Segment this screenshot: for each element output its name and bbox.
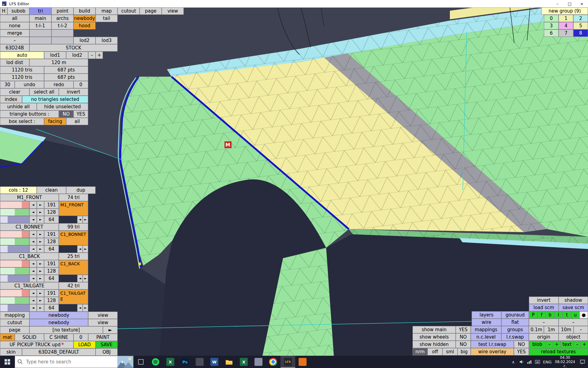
taskbar-icon-file-explorer[interactable] [222, 356, 236, 368]
blue-inc-button[interactable]: ► [37, 216, 44, 223]
c-shine-button[interactable]: C SHINE [44, 334, 74, 341]
flag-p-button[interactable]: P [529, 311, 537, 319]
blue-slider[interactable] [0, 304, 29, 312]
texture-next-button[interactable]: ► [83, 245, 88, 253]
gouraud-button[interactable]: gouraud [501, 311, 529, 319]
red-inc-button[interactable]: ► [37, 260, 44, 267]
texture-label[interactable]: C1_TAILGATE [59, 289, 88, 304]
cutout-value[interactable]: newbody [29, 319, 88, 326]
model-id[interactable]: 63D24B [0, 44, 29, 52]
nc-level-button[interactable]: n.c.level [471, 333, 501, 341]
page-value[interactable]: [no texture] [29, 326, 103, 334]
flag-b-button[interactable]: b [546, 311, 554, 319]
menu-build[interactable]: build [74, 7, 96, 15]
green-dec-button[interactable]: ◄ [29, 267, 37, 275]
network-button[interactable] [526, 356, 533, 368]
group-cell-0[interactable]: 0 [544, 15, 559, 22]
task-view-button[interactable] [134, 356, 148, 368]
texture-label[interactable]: M1_FRONT [59, 201, 88, 216]
volume-button[interactable] [518, 356, 526, 368]
blue-dec-button[interactable]: ◄ [29, 216, 37, 223]
blue-slider[interactable] [0, 216, 29, 223]
text-plus-button[interactable]: + [581, 341, 588, 348]
green-dec-button[interactable]: ◄ [29, 238, 37, 245]
taskbar-icon-excel[interactable]: X [163, 356, 178, 368]
taskbar-clock[interactable]: 04:30 08.02.2024 г. [553, 356, 577, 368]
wire-overlay-value[interactable]: YES [514, 348, 529, 355]
group-cell-6[interactable]: 6 [544, 29, 559, 37]
obj-button[interactable]: OBJ [96, 348, 118, 356]
taskbar-icon-app-orange[interactable] [295, 356, 310, 368]
wire-overlay-button[interactable]: wire overlay [471, 348, 514, 355]
texture-prev-button[interactable]: ◄ [77, 304, 83, 312]
grid-01m-button[interactable]: 0.1m [529, 326, 544, 333]
flag-t-button[interactable]: t [563, 311, 571, 319]
red-inc-button[interactable]: ► [37, 231, 44, 238]
blue-dec-button[interactable]: ◄ [29, 245, 37, 253]
menu-cutout[interactable]: cutout [118, 7, 140, 15]
object-button[interactable]: object [559, 333, 588, 341]
skin-value[interactable]: 63D24B_DEFAULT [22, 348, 96, 356]
group-cell-2[interactable]: 2 [573, 15, 588, 22]
red-slider[interactable] [0, 231, 29, 238]
model-config[interactable]: STOCK [29, 44, 118, 52]
wire-button[interactable]: wire [472, 319, 501, 326]
red-dec-button[interactable]: ◄ [29, 201, 37, 209]
paint-button[interactable]: PAINT [88, 334, 118, 341]
language-indicator[interactable]: ENG [541, 356, 553, 368]
texture-next-button[interactable]: ► [83, 275, 88, 282]
mapping-view-button[interactable]: view [88, 312, 118, 319]
index-button[interactable]: index [0, 96, 22, 103]
show-hidden-label[interactable]: show hidden [413, 341, 456, 348]
mapping-marker[interactable]: M [224, 141, 232, 148]
menu-map[interactable]: map [96, 7, 118, 15]
show-hidden-value[interactable]: NO [456, 341, 471, 348]
blob-minus-button[interactable]: – [546, 341, 553, 348]
show-wheels-label[interactable]: show wheels [413, 333, 456, 341]
green-inc-button[interactable]: ► [37, 267, 44, 275]
grid-off-button[interactable]: – [574, 326, 588, 333]
group-cell-8-selected[interactable]: 8 [573, 29, 588, 37]
unhide-all-button[interactable]: unhide all [0, 103, 37, 110]
select-all-button[interactable]: select all [29, 88, 59, 96]
tab-hood[interactable]: hood [74, 22, 96, 29]
blob-button[interactable]: blob [529, 341, 546, 348]
texture-next-button[interactable]: ► [83, 216, 88, 223]
redo-button[interactable]: redo [44, 81, 74, 88]
taskbar-icon-lfs-editor[interactable]: LFS [281, 356, 295, 368]
text-minus-button[interactable]: – [574, 341, 581, 348]
mat-label[interactable]: mat [0, 334, 15, 341]
material-name[interactable]: M1_FRONT [0, 194, 59, 201]
lod-plus-button[interactable]: + [96, 52, 103, 59]
dash-button[interactable]: – [0, 37, 29, 44]
material-name[interactable]: C1_TAILGATE [0, 282, 59, 289]
reload-textures-button[interactable]: reload textures [529, 348, 588, 355]
cutout-label[interactable]: cutout [0, 319, 29, 326]
test-lr-swap-value[interactable]: NO [514, 341, 529, 348]
skin-label[interactable]: skin [0, 348, 22, 356]
flag-f-button[interactable]: f [537, 311, 546, 319]
dash-cell[interactable]: – [559, 319, 588, 326]
start-button[interactable] [0, 356, 15, 368]
red-dec-button[interactable]: ◄ [29, 289, 37, 297]
green-inc-button[interactable]: ► [37, 238, 44, 245]
hide-unselected-button[interactable]: hide unselected [37, 103, 88, 110]
red-inc-button[interactable]: ► [37, 289, 44, 297]
green-slider[interactable] [0, 297, 29, 304]
texture-prev-button[interactable]: ◄ [77, 245, 83, 253]
taskbar-icon-photoshop[interactable]: Ps [178, 356, 192, 368]
search-input[interactable] [25, 359, 117, 365]
blue-inc-button[interactable]: ► [37, 304, 44, 312]
mappings-button[interactable]: mappings [471, 326, 501, 333]
triangle-buttons-no[interactable]: NO [59, 110, 74, 118]
texture-prev-button[interactable]: ◄ [77, 275, 83, 282]
page-next-button[interactable]: ► [103, 326, 118, 334]
new-group-button[interactable]: new group (9) [541, 7, 588, 15]
dash-cell[interactable]: – [529, 319, 559, 326]
nrm-off-button[interactable]: off [428, 348, 443, 355]
load-button[interactable]: LOAD [74, 341, 96, 348]
red-slider[interactable] [0, 201, 29, 209]
nrm-big-button[interactable]: big [458, 348, 471, 355]
invert-view-button[interactable]: invert [529, 297, 559, 304]
texture-label[interactable]: C1_BACK [59, 260, 88, 275]
